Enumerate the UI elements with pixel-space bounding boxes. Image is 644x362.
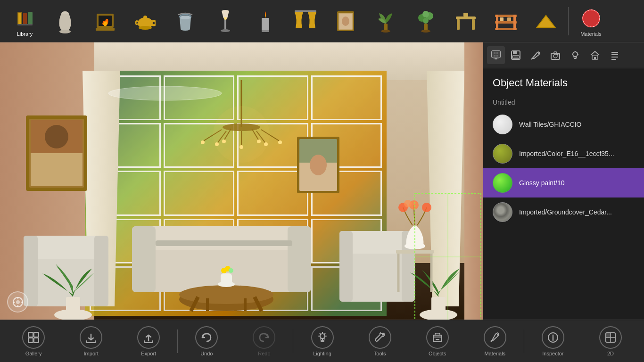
export-icon [137, 326, 160, 349]
toolbar-item-lamp[interactable] [205, 2, 245, 40]
candle-icon [252, 8, 278, 34]
material-swatch-glossy-paint [493, 173, 512, 193]
toolbar-item-curtains[interactable] [285, 2, 325, 40]
export-label: Export [141, 351, 156, 356]
materials-icon [578, 5, 604, 31]
window-pane [237, 219, 308, 263]
import-icon [80, 326, 102, 349]
panel-btn-camera[interactable] [546, 46, 564, 64]
svg-line-141 [577, 52, 577, 53]
window-pane [164, 171, 235, 215]
vase-icon [52, 8, 78, 34]
objects-icon [426, 326, 449, 349]
import-label: Import [84, 351, 99, 356]
window-pane [237, 266, 308, 311]
toolbar-item-vase[interactable] [45, 2, 85, 40]
lighting-label: Lighting [313, 351, 331, 356]
window-pane [311, 219, 382, 263]
svg-rect-129 [513, 57, 518, 58]
window-pane [311, 123, 382, 168]
material-name-wall-tiles: Wall Tiles/GHIACCIO [519, 121, 582, 128]
toolbar-item-table[interactable] [446, 2, 486, 40]
material-item-imported-color[interactable]: Imported/Color_E16__1eccf35... [483, 139, 644, 168]
teapot-icon [132, 8, 158, 34]
painting-icon [332, 8, 358, 34]
panel-btn-paint[interactable] [527, 46, 545, 64]
svg-point-167 [552, 334, 553, 336]
scene-window-area [85, 71, 387, 316]
bottom-item-undo[interactable]: Undo [178, 322, 235, 360]
scene-curtain-left [83, 71, 120, 306]
svg-rect-34 [457, 19, 460, 30]
material-name-groundcover: Imported/Groundcover_Cedar... [519, 208, 612, 216]
plant2-icon [413, 8, 438, 34]
panel-btn-home[interactable] [586, 46, 604, 64]
lamp-icon [212, 8, 238, 34]
toolbar-item-materials[interactable]: Materials [571, 2, 611, 40]
material-item-glossy-paint[interactable]: Glossy paint/10 [483, 168, 644, 197]
toolbar-item-plant1[interactable] [365, 2, 405, 40]
toolbar-item-shelf[interactable] [486, 2, 526, 40]
undo-label: Undo [200, 351, 213, 356]
scene-window-grid [85, 71, 387, 316]
bottom-item-lighting[interactable]: Lighting [293, 322, 351, 360]
window-pane [311, 266, 382, 311]
panel-btn-save[interactable] [507, 46, 525, 64]
bottom-item-export[interactable]: Export [120, 322, 177, 360]
svg-rect-144 [594, 57, 596, 59]
bucket-icon [172, 8, 198, 34]
tools-icon [369, 326, 391, 349]
svg-point-6 [59, 30, 71, 33]
panel-btn-scene[interactable] [487, 46, 505, 64]
svg-point-134 [557, 54, 559, 56]
window-pane [237, 171, 308, 215]
toolbar-separator [568, 7, 569, 35]
svg-line-159 [324, 333, 325, 334]
material-name-imported-color: Imported/Color_E16__1eccf35... [519, 150, 614, 157]
bottom-item-gallery[interactable]: Gallery [5, 322, 62, 360]
toolbar-item-fireplace[interactable] [85, 2, 125, 40]
svg-rect-150 [34, 332, 39, 337]
materials-label: Materials [580, 31, 602, 37]
svg-point-13 [180, 16, 191, 19]
nav-button[interactable] [7, 291, 28, 313]
bottom-item-tools[interactable]: Tools [351, 322, 409, 360]
material-item-wall-tiles[interactable]: Wall Tiles/GHIACCIO [483, 110, 644, 139]
material-name-glossy-paint: Glossy paint/10 [519, 179, 565, 187]
bottom-item-materials[interactable]: Materials [466, 322, 524, 360]
svg-rect-1 [18, 13, 21, 24]
bottom-item-redo[interactable]: Redo [235, 322, 293, 360]
panel-btn-list[interactable] [606, 46, 624, 64]
bottom-item-objects[interactable]: Objects [409, 322, 466, 360]
svg-rect-43 [507, 17, 511, 21]
svg-rect-40 [496, 15, 498, 30]
window-pane [164, 75, 235, 120]
toolbar-item-painting[interactable] [325, 2, 365, 40]
viewport[interactable] [0, 42, 483, 320]
svg-rect-20 [295, 10, 316, 12]
toolbar-item-library[interactable]: Library [5, 2, 45, 40]
toolbar-item-floor[interactable] [526, 2, 566, 40]
bottom-item-inspector[interactable]: Inspector [524, 322, 582, 360]
bottom-item-import[interactable]: Import [62, 322, 120, 360]
top-toolbar: Library [0, 0, 644, 42]
bottom-item-2d[interactable]: 2D [582, 322, 639, 360]
material-item-groundcover[interactable]: Imported/Groundcover_Cedar... [483, 197, 644, 227]
svg-rect-121 [496, 52, 498, 54]
svg-rect-2 [23, 13, 27, 25]
floor-icon [533, 8, 559, 34]
toolbar-item-bucket[interactable] [165, 2, 205, 40]
material-section-label: Untitled [483, 95, 644, 110]
toolbar-item-plant2[interactable] [405, 2, 446, 40]
table-icon [453, 8, 479, 34]
inspector-label: Inspector [542, 351, 563, 356]
panel-btn-light[interactable] [566, 46, 584, 64]
library-icon [12, 5, 38, 31]
lighting-icon [311, 326, 334, 349]
library-label: Library [17, 31, 33, 37]
bottom-toolbar: Gallery Import Export [0, 320, 644, 362]
svg-point-16 [224, 17, 227, 20]
toolbar-item-candle[interactable] [245, 2, 285, 40]
svg-point-29 [422, 11, 429, 17]
toolbar-item-teapot[interactable] [125, 2, 165, 40]
